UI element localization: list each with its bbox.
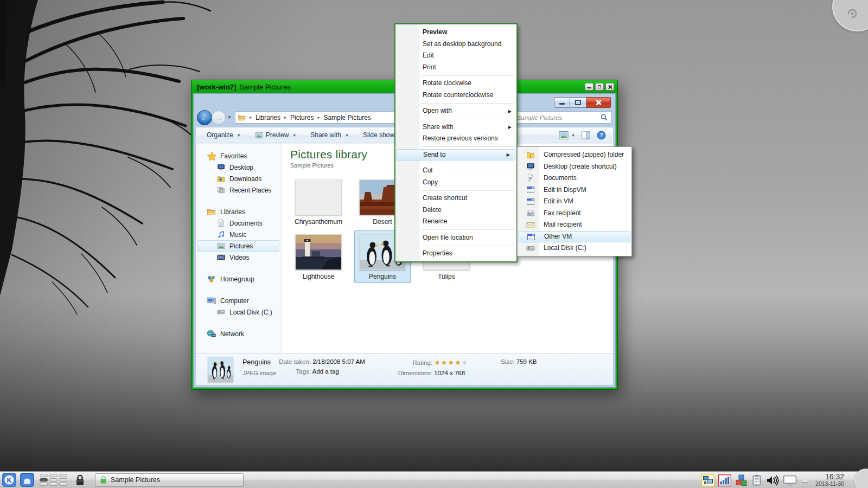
pager-desktop-6[interactable]: [59, 478, 67, 481]
sidebar-section-network[interactable]: Network: [196, 328, 281, 339]
dropdown-arrow-icon: ▼: [237, 133, 241, 137]
network-signal-tray-icon[interactable]: [718, 474, 731, 486]
send-to-item-documents[interactable]: Documents: [518, 172, 631, 184]
vm-minimize-button[interactable]: [585, 83, 593, 91]
context-menu-item-cut[interactable]: Cut: [395, 165, 516, 177]
sidebar-item-local-disk-c[interactable]: Local Disk (C:): [197, 306, 279, 318]
tray-expand-arrow-icon[interactable]: [802, 478, 808, 482]
qubes-devices-tray-icon[interactable]: [735, 474, 748, 486]
sidebar-item-downloads[interactable]: Downloads: [197, 173, 279, 184]
toolbar-button-share-with[interactable]: Share with▼: [305, 129, 354, 141]
vm-name-label: [work-win7]: [197, 83, 236, 91]
breadcrumb-segment-pictures[interactable]: Pictures: [290, 114, 314, 121]
sidebar-item-videos[interactable]: Videos: [197, 252, 279, 263]
pager-desktop-1[interactable]: [40, 474, 48, 477]
context-menu-item-properties[interactable]: Properties: [395, 248, 516, 260]
pager-desktop-5[interactable]: [49, 478, 58, 481]
rating-star-icon[interactable]: ★: [441, 358, 448, 367]
send-to-item-mail-recipient[interactable]: Mail recipient: [518, 219, 631, 231]
context-menu-item-share-with[interactable]: Share with▶: [395, 121, 516, 133]
taskbar-clock[interactable]: 16:32 2013-11-30: [815, 473, 844, 487]
file-tile-chrysanthemum[interactable]: Chrysanthemum: [290, 176, 347, 228]
vm-maximize-button[interactable]: [595, 83, 604, 91]
breadcrumb-separator-icon[interactable]: ▸: [284, 115, 286, 120]
pager-desktop-3[interactable]: [59, 474, 67, 477]
views-dropdown-icon[interactable]: ▼: [571, 133, 575, 137]
context-menu-item-copy[interactable]: Copy: [395, 177, 516, 189]
context-menu-item-restore-previous-versions[interactable]: Restore previous versions: [395, 133, 516, 145]
context-menu-item-edit[interactable]: Edit: [395, 50, 516, 62]
sidebar-item-recent-places[interactable]: Recent Places: [197, 184, 279, 196]
rating-star-icon[interactable]: ★: [455, 358, 462, 367]
rating-star-icon[interactable]: ★: [434, 358, 441, 367]
vm-close-button[interactable]: [605, 83, 614, 91]
context-menu-item-send-to[interactable]: Send to▶: [397, 149, 515, 161]
breadcrumb-segment-sample-pictures[interactable]: Sample Pictures: [323, 114, 371, 121]
help-button[interactable]: ?: [597, 131, 606, 140]
send-to-item-desktop-create-shortcut[interactable]: Desktop (create shortcut): [518, 161, 631, 173]
send-to-item-fax-recipient[interactable]: Fax recipient: [518, 208, 631, 220]
clipboard-tray-icon[interactable]: [751, 474, 762, 486]
virtual-desktop-pager[interactable]: [40, 474, 67, 486]
pager-desktop-2[interactable]: [49, 474, 58, 477]
back-button[interactable]: ←: [197, 110, 212, 125]
pager-desktop-4[interactable]: [40, 478, 48, 481]
pager-desktop-9[interactable]: [59, 483, 67, 486]
file-tile-lighthouse[interactable]: Lighthouse: [290, 230, 347, 283]
send-to-item-edit-in-dispvm[interactable]: Edit in DispVM: [518, 184, 631, 196]
sidebar-section-homegroup[interactable]: Homegroup: [196, 273, 281, 285]
toolbar-button-organize[interactable]: Organize▼: [202, 129, 246, 141]
minimize-button[interactable]: [554, 97, 570, 108]
lock-screen-icon[interactable]: [73, 473, 87, 487]
context-menu-item-open-file-location[interactable]: Open file location: [395, 232, 516, 244]
context-menu-item-rotate-counterclockwise[interactable]: Rotate counterclockwise: [395, 89, 516, 101]
context-menu-item-rotate-clockwise[interactable]: Rotate clockwise: [395, 78, 516, 89]
sidebar-item-music[interactable]: Music: [197, 229, 279, 240]
plasma-cashew-icon[interactable]: [832, 0, 868, 31]
rating-star-icon[interactable]: ★: [448, 358, 455, 367]
send-to-item-compressed-zipped-folder[interactable]: Compressed (zipped) folder: [518, 149, 631, 161]
sidebar-section-libraries[interactable]: Libraries: [196, 206, 281, 217]
breadcrumb-separator-icon[interactable]: ▸: [250, 115, 252, 120]
volume-tray-icon[interactable]: [766, 474, 779, 486]
details-tags-value[interactable]: Add a tag: [312, 368, 339, 375]
toolbar-button-slide-show[interactable]: Slide show: [358, 129, 399, 141]
pager-desktop-7[interactable]: [40, 483, 48, 486]
breadcrumb-separator-icon[interactable]: ▸: [317, 115, 320, 120]
context-menu: PreviewSet as desktop backgroundEditPrin…: [395, 24, 517, 262]
preview-pane-button[interactable]: [582, 131, 590, 139]
context-menu-item-create-shortcut[interactable]: Create shortcut: [395, 192, 516, 204]
taskbar-window-button[interactable]: Sample Pictures: [95, 473, 244, 487]
rating-stars[interactable]: ★★★★★: [434, 359, 468, 366]
views-button[interactable]: ▼: [559, 131, 575, 139]
forward-button[interactable]: →: [212, 111, 226, 125]
context-menu-item-print[interactable]: Print: [395, 62, 516, 74]
send-to-item-other-vm[interactable]: Other VM: [519, 231, 630, 243]
menu-separator: [421, 103, 514, 104]
maximize-button[interactable]: [570, 97, 586, 108]
pager-desktop-8[interactable]: [49, 483, 58, 486]
rating-star-icon[interactable]: ★: [462, 358, 469, 367]
menu-item-label: Fax recipient: [544, 209, 581, 217]
recent-pages-dropdown-icon[interactable]: ▼: [226, 115, 233, 120]
context-menu-item-open-with[interactable]: Open with▶: [395, 105, 516, 117]
search-icon[interactable]: [600, 113, 608, 121]
qubes-launcher-icon[interactable]: [20, 473, 34, 487]
sidebar-section-computer[interactable]: Computer: [196, 295, 281, 306]
close-button[interactable]: [586, 97, 611, 108]
context-menu-item-rename[interactable]: Rename: [395, 216, 516, 228]
send-to-item-edit-in-vm[interactable]: Edit in VM: [518, 196, 631, 208]
kde-menu-button[interactable]: K: [2, 473, 16, 487]
sidebar-item-documents[interactable]: Documents: [197, 217, 279, 229]
sidebar-item-pictures[interactable]: Pictures: [197, 240, 279, 252]
sidebar-section-favorites[interactable]: Favorites: [196, 150, 281, 162]
context-menu-item-preview[interactable]: Preview: [395, 27, 516, 38]
breadcrumb-segment-libraries[interactable]: Libraries: [256, 114, 280, 121]
qubes-vm-manager-tray-icon[interactable]: [701, 474, 714, 486]
context-menu-item-set-as-desktop-background[interactable]: Set as desktop background: [395, 38, 516, 50]
send-to-item-local-disk-c[interactable]: Local Disk (C:): [518, 242, 631, 254]
display-tray-icon[interactable]: [783, 474, 797, 486]
context-menu-item-delete[interactable]: Delete: [395, 204, 516, 216]
sidebar-item-desktop[interactable]: Desktop: [197, 162, 279, 173]
toolbar-button-preview[interactable]: Preview▼: [250, 129, 302, 142]
